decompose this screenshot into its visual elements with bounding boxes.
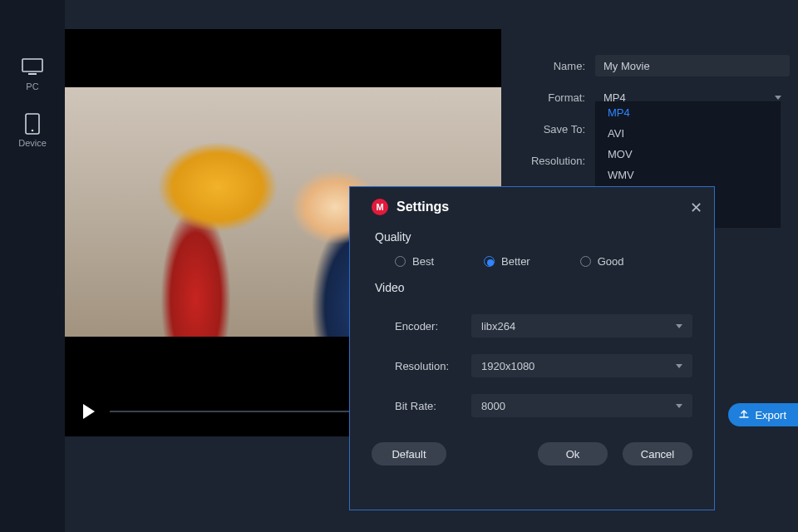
- cancel-button[interactable]: Cancel: [623, 442, 692, 466]
- export-button[interactable]: Export: [728, 403, 798, 426]
- quality-radio-label: Better: [501, 255, 530, 268]
- chevron-down-icon: [775, 96, 781, 100]
- radio-icon: [484, 256, 495, 267]
- sidebar: PC Device: [0, 0, 65, 532]
- settings-dialog: M Settings ✕ Quality Best Better Good Vi…: [349, 186, 715, 510]
- quality-section-title: Quality: [375, 230, 692, 244]
- default-button[interactable]: Default: [372, 442, 446, 466]
- svg-rect-0: [22, 59, 42, 71]
- sidebar-item-label: PC: [26, 81, 38, 91]
- dialog-title: Settings: [397, 200, 449, 214]
- chevron-down-icon: [676, 364, 682, 368]
- video-resolution-select[interactable]: 1920x1080: [471, 354, 692, 377]
- format-option-mov[interactable]: MOV: [596, 144, 780, 165]
- quality-radio-better[interactable]: Better: [484, 255, 530, 268]
- quality-radio-label: Good: [598, 255, 624, 268]
- play-icon[interactable]: [83, 404, 95, 419]
- svg-point-3: [32, 130, 34, 132]
- bitrate-label: Bit Rate:: [372, 400, 471, 412]
- encoder-label: Encoder:: [372, 320, 471, 332]
- quality-radio-good[interactable]: Good: [580, 255, 624, 268]
- video-resolution-label: Resolution:: [372, 360, 471, 372]
- resolution-label: Resolution:: [515, 155, 595, 167]
- sidebar-item-device[interactable]: Device: [18, 115, 47, 148]
- encoder-select[interactable]: libx264: [471, 314, 692, 337]
- app-logo-icon: M: [372, 199, 388, 215]
- format-label: Format:: [515, 91, 595, 104]
- saveto-label: Save To:: [515, 123, 595, 135]
- format-option-avi[interactable]: AVI: [596, 123, 780, 144]
- ok-button[interactable]: Ok: [538, 442, 608, 466]
- upload-icon: [738, 408, 750, 422]
- export-button-label: Export: [755, 409, 786, 421]
- quality-radio-group: Best Better Good: [372, 255, 692, 268]
- bitrate-select[interactable]: 8000: [471, 394, 692, 417]
- sidebar-item-label: Device: [18, 138, 47, 148]
- quality-radio-label: Best: [412, 255, 434, 268]
- quality-radio-best[interactable]: Best: [395, 255, 434, 268]
- bitrate-select-value: 8000: [481, 400, 505, 412]
- name-label: Name:: [515, 60, 595, 72]
- dialog-buttons: Default Ok Cancel: [372, 442, 692, 466]
- format-option-wmv[interactable]: WMV: [596, 165, 780, 185]
- svg-rect-1: [28, 73, 37, 75]
- encoder-select-value: libx264: [481, 320, 515, 332]
- radio-icon: [395, 256, 406, 267]
- format-option-mp4[interactable]: MP4: [596, 102, 780, 123]
- phone-icon: [21, 115, 44, 133]
- radio-icon: [580, 256, 591, 267]
- video-section-title: Video: [375, 281, 692, 294]
- sidebar-item-pc[interactable]: PC: [21, 58, 44, 91]
- monitor-icon: [21, 58, 44, 76]
- close-icon[interactable]: ✕: [690, 199, 702, 217]
- name-input[interactable]: My Movie: [595, 55, 790, 76]
- chevron-down-icon: [676, 404, 682, 408]
- chevron-down-icon: [676, 324, 682, 328]
- video-resolution-value: 1920x1080: [481, 360, 534, 372]
